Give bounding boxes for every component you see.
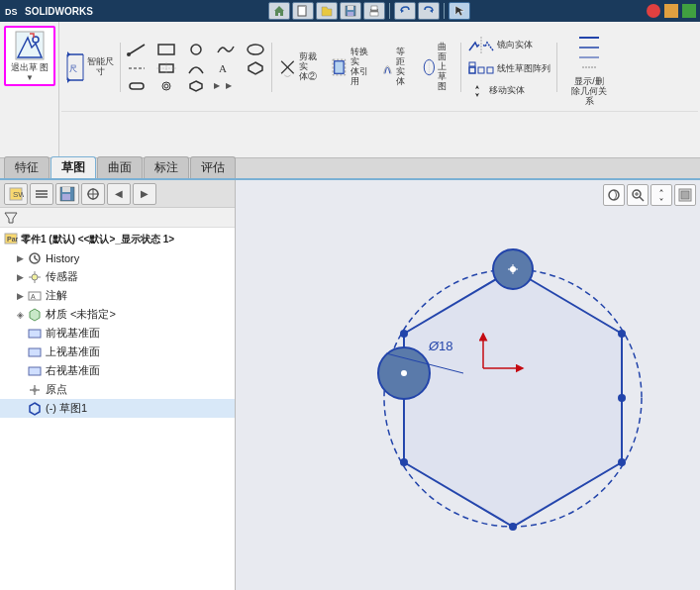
polygon-btn[interactable]: [242, 59, 269, 77]
view-rotate-btn[interactable]: [603, 184, 625, 206]
panel-prev-btn[interactable]: ◀: [107, 183, 131, 205]
svg-marker-32: [249, 62, 262, 74]
hexagon-btn[interactable]: [182, 78, 210, 94]
save-btn[interactable]: [340, 2, 361, 20]
trim-label: 剪裁实体②: [299, 52, 320, 82]
elipse-btn[interactable]: [242, 41, 269, 58]
mirror-label: 镜向实体: [497, 39, 533, 51]
convert-label: 转换实体引用: [350, 48, 371, 87]
redo-btn[interactable]: [418, 2, 440, 20]
tab-evaluate[interactable]: 评估: [190, 156, 236, 178]
svg-rect-33: [130, 83, 144, 89]
maximize-btn[interactable]: [682, 4, 696, 18]
centerline-icon: [127, 61, 147, 75]
minimize-btn[interactable]: [664, 4, 678, 18]
panel-crosshair-btn[interactable]: [81, 183, 105, 205]
new-btn[interactable]: [292, 2, 314, 20]
redo-icon: [423, 5, 435, 17]
slot-btn[interactable]: [123, 78, 150, 94]
more-arrow-btn[interactable]: ▶: [212, 78, 222, 94]
tree-item-material[interactable]: ◈ 材质 <未指定>: [0, 305, 235, 324]
spline-btn[interactable]: [212, 41, 240, 58]
centerline-btn[interactable]: [123, 59, 150, 77]
tree-item-front-plane[interactable]: 前视基准面: [0, 324, 235, 343]
svg-point-115: [618, 394, 626, 402]
plane-shape-icon: [28, 327, 42, 341]
svg-marker-84: [30, 403, 40, 415]
tree-item-sketch1[interactable]: (-) 草图1: [0, 399, 235, 418]
offset-circle-btn[interactable]: [152, 78, 180, 94]
save-icon: [345, 5, 356, 17]
sketch1-label: (-) 草图1: [46, 401, 87, 416]
annotation-shape-icon: A: [28, 289, 42, 303]
svg-rect-79: [29, 348, 41, 356]
right-plane-label: 右视基准面: [46, 363, 100, 378]
svg-marker-12: [455, 6, 464, 16]
tree-item-sensor[interactable]: ▶ 传感器: [0, 267, 235, 286]
panel-list-btn[interactable]: [30, 183, 53, 205]
tree-item-annotation[interactable]: ▶ A 注解: [0, 286, 235, 305]
feature-tree: Part 零件1 (默认) <<默认>_显示状态 1> ▶ History: [0, 228, 235, 590]
undo-btn[interactable]: [394, 2, 416, 20]
smart-dim-label: 智能尺寸: [87, 57, 114, 77]
tree-root-item[interactable]: Part 零件1 (默认) <<默认>_显示状态 1>: [0, 230, 235, 249]
cursor-btn[interactable]: [449, 2, 470, 20]
tree-item-origin[interactable]: 原点: [0, 380, 235, 399]
tab-surface[interactable]: 曲面: [97, 156, 143, 178]
display-relations-btn[interactable]: 显示/删除几何关系: [559, 26, 619, 109]
trim-icon: [278, 49, 297, 85]
svg-rect-9: [370, 12, 378, 16]
exit-sketch-btn[interactable]: 退出草 图 ▼: [4, 26, 55, 86]
open-icon: [321, 5, 333, 17]
history-toggle: ▶: [16, 254, 24, 262]
circle-btn[interactable]: [182, 41, 210, 58]
svg-marker-10: [401, 9, 404, 13]
text-icon: A: [216, 61, 236, 75]
svg-point-105: [400, 330, 408, 338]
offset-btn[interactable]: 等距实体: [377, 46, 417, 89]
close-btn[interactable]: [647, 4, 660, 18]
text-btn[interactable]: A: [212, 59, 240, 77]
convert-btn[interactable]: 转换实体引用: [326, 46, 375, 89]
rect-btn[interactable]: [152, 41, 180, 58]
arc-btn[interactable]: [182, 59, 210, 77]
more-arrow-btn2[interactable]: ▶: [224, 78, 234, 94]
panel-save-btn[interactable]: [55, 183, 79, 205]
surface-sketch-btn[interactable]: 曲面上草图: [419, 41, 458, 93]
panel-properties-btn[interactable]: SW: [4, 183, 28, 205]
mirror-btn[interactable]: 镜向实体: [463, 35, 537, 56]
svg-point-85: [609, 190, 619, 200]
print-btn[interactable]: [363, 2, 385, 20]
rect2-btn[interactable]: [152, 59, 180, 77]
viewport[interactable]: Ø 18: [236, 180, 700, 590]
tree-item-history[interactable]: ▶ History: [0, 249, 235, 267]
view-pan-btn[interactable]: [650, 184, 672, 206]
panel-next-btn[interactable]: ▶: [133, 183, 156, 205]
sensor-shape-icon: [28, 270, 42, 284]
view-zoom-btn[interactable]: [627, 184, 649, 206]
right-plane-icon: [28, 364, 42, 378]
view-display-btn[interactable]: [674, 184, 696, 206]
svg-text:尺: 尺: [69, 64, 77, 73]
trim-btn[interactable]: 剪裁实体②: [274, 48, 324, 87]
svg-text:18: 18: [439, 339, 452, 353]
array-btn[interactable]: 线性草图阵列: [463, 58, 554, 80]
annotation-icon: A: [28, 289, 42, 303]
tree-item-right-plane[interactable]: 右视基准面: [0, 361, 235, 380]
view-pan-icon: [654, 188, 668, 202]
filter-bar: [0, 208, 235, 228]
view-rotate-icon: [607, 188, 621, 202]
svg-marker-11: [430, 9, 433, 13]
move-btn[interactable]: 移动实体: [463, 82, 529, 100]
tab-feature[interactable]: 特征: [4, 156, 50, 178]
tree-item-top-plane[interactable]: 上视基准面: [0, 343, 235, 361]
filter-icon: [4, 211, 18, 225]
open-btn[interactable]: [316, 2, 338, 20]
tab-annotation[interactable]: 标注: [144, 156, 189, 178]
smart-dim-btn[interactable]: 尺 智能尺寸: [61, 48, 118, 87]
line-btn[interactable]: [123, 41, 150, 58]
home-btn[interactable]: [268, 2, 290, 20]
offset-label: 等距实体: [396, 48, 413, 87]
tab-sketch[interactable]: 草图: [50, 156, 96, 178]
history-label: History: [46, 252, 79, 264]
